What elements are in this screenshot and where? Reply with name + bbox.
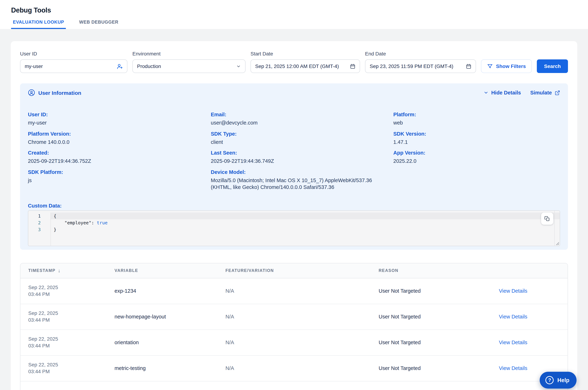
timestamp-cell: Sep 22, 202503:44 PM [20, 310, 114, 324]
environment-label: Environment [132, 51, 245, 56]
column-header-variable: VARIABLE [114, 268, 225, 273]
field-value: 2025.22.0 [393, 158, 560, 165]
reason-cell: User Not Targeted [379, 340, 499, 345]
view-details-link[interactable]: View Details [499, 340, 568, 345]
user-id-label: User ID [20, 51, 127, 56]
feature-cell: N/A [225, 340, 379, 345]
tab-web-debugger[interactable]: WEB DEBUGGER [77, 20, 120, 29]
panel-title-group: User Information [28, 89, 81, 96]
simulate-button[interactable]: Simulate [530, 90, 560, 96]
line-number-gutter: 1 2 3 [28, 212, 50, 246]
timestamp-cell: Sep 22, 202503:44 PM [20, 284, 114, 298]
timestamp-cell: Sep 22, 202503:44 PM [20, 336, 114, 349]
variable-cell: metric-testing [114, 365, 225, 371]
field-value: my-user [28, 119, 211, 127]
feature-cell: N/A [225, 365, 379, 371]
chevron-down-icon [483, 90, 488, 95]
user-id-input[interactable]: my-user [20, 59, 127, 73]
view-details-link[interactable]: View Details [499, 288, 568, 294]
variable-cell: new-homepage-layout [114, 314, 225, 320]
user-add-icon[interactable] [117, 63, 123, 69]
table-header-row: TIMESTAMP ↓ VARIABLE FEATURE/VARIATION R… [20, 263, 568, 278]
feature-cell: N/A [225, 288, 379, 294]
user-info-grid: User ID:my-user Platform Version:Chrome … [28, 111, 560, 195]
help-button[interactable]: ? Help [540, 372, 577, 389]
start-date-value: Sep 21, 2025 12:00 AM EDT (GMT-4) [255, 63, 339, 69]
hide-details-label: Hide Details [491, 90, 521, 96]
evaluations-table: TIMESTAMP ↓ VARIABLE FEATURE/VARIATION R… [20, 263, 568, 390]
field-value: user@devcycle.com [211, 119, 393, 127]
panel-actions: Hide Details Simulate [483, 90, 560, 96]
field-label: Device Model: [211, 169, 393, 175]
field-label: App Version: [393, 149, 560, 156]
code-line: "employee": true [51, 219, 560, 226]
hide-details-button[interactable]: Hide Details [483, 90, 521, 96]
copy-button[interactable] [541, 212, 553, 225]
filter-row: User ID my-user Environment Production S [20, 51, 568, 73]
view-details-link[interactable]: View Details [499, 314, 568, 320]
search-button[interactable]: Search [537, 59, 568, 73]
panel-header: User Information Hide Details Simulate [28, 89, 560, 96]
code-line: } [51, 226, 560, 233]
column-header-feature: FEATURE/VARIATION [225, 268, 379, 273]
copy-icon [544, 216, 550, 221]
resize-handle-icon[interactable] [555, 241, 559, 245]
user-id-value: my-user [25, 63, 43, 69]
show-filters-label: Show Filters [496, 63, 526, 69]
start-date-field: Start Date Sep 21, 2025 12:00 AM EDT (GM… [250, 51, 360, 73]
end-date-input[interactable]: Sep 23, 2025 11:59 PM EDT (GMT-4) [365, 59, 476, 73]
field-value: 2025-09-22T19:44:36.752Z [28, 158, 211, 165]
line-number: 3 [28, 226, 50, 233]
field-value: js [28, 177, 211, 184]
simulate-label: Simulate [530, 90, 552, 96]
info-column-1: User ID:my-user Platform Version:Chrome … [28, 111, 211, 195]
user-id-field: User ID my-user [20, 51, 127, 73]
reason-cell: User Not Targeted [379, 288, 499, 294]
line-number: 2 [28, 219, 50, 226]
tab-evaluation-lookup[interactable]: EVALUATION LOOKUP [11, 20, 66, 29]
help-label: Help [557, 377, 569, 383]
field-label: SDK Platform: [28, 169, 211, 175]
custom-data-label: Custom Data: [28, 203, 560, 208]
variable-cell: exp-1234 [114, 288, 225, 294]
field-value: client [211, 139, 393, 146]
show-filters-button[interactable]: Show Filters [481, 59, 532, 73]
code-lines: { "employee": true } [50, 212, 560, 246]
column-header-reason: REASON [379, 268, 499, 273]
reason-cell: User Not Targeted [379, 314, 499, 320]
filter-funnel-icon [487, 63, 493, 69]
field-label: Last Seen: [211, 149, 393, 156]
info-column-2: Email:user@devcycle.com SDK Type:client … [211, 111, 393, 195]
field-value: web [393, 119, 560, 127]
code-line: { [51, 212, 560, 219]
start-date-label: Start Date [250, 51, 360, 56]
field-value: 2025-09-22T19:44:36.749Z [211, 158, 393, 165]
variable-cell: orientation [114, 340, 225, 345]
tab-bar: EVALUATION LOOKUP WEB DEBUGGER [11, 20, 120, 29]
timestamp-cell: Sep 22, 202503:44 PM [20, 361, 114, 375]
environment-value: Production [137, 63, 161, 69]
table-row: Sep 22, 2025 togglebot-speed Hello Toggl… [20, 381, 568, 390]
sort-descending-icon: ↓ [58, 268, 61, 273]
end-date-field: End Date Sep 23, 2025 11:59 PM EDT (GMT-… [365, 51, 476, 73]
external-link-icon [555, 90, 560, 95]
field-label: Platform: [393, 111, 560, 118]
start-date-input[interactable]: Sep 21, 2025 12:00 AM EDT (GMT-4) [250, 59, 360, 73]
field-label: Created: [28, 149, 211, 156]
field-value: Mozilla/5.0 (Macintosh; Intel Mac OS X 1… [211, 177, 382, 191]
calendar-icon[interactable] [466, 63, 471, 69]
field-label: Email: [211, 111, 393, 118]
info-column-3: Platform:web SDK Version:1.47.1 App Vers… [393, 111, 560, 195]
table-row: Sep 22, 202503:44 PM orientation N/A Use… [20, 330, 568, 355]
view-details-link[interactable]: View Details [499, 365, 568, 371]
custom-data-editor[interactable]: 1 2 3 { "employee": true } [28, 210, 560, 246]
environment-select[interactable]: Production [132, 59, 245, 73]
environment-field: Environment Production [132, 51, 245, 73]
field-label: SDK Version: [393, 130, 560, 137]
line-number: 1 [28, 212, 50, 219]
end-date-label: End Date [365, 51, 476, 56]
calendar-icon[interactable] [350, 63, 355, 69]
table-row: Sep 22, 202503:44 PM exp-1234 N/A User N… [20, 278, 568, 304]
panel-title: User Information [38, 90, 81, 96]
column-header-timestamp[interactable]: TIMESTAMP ↓ [20, 268, 114, 273]
